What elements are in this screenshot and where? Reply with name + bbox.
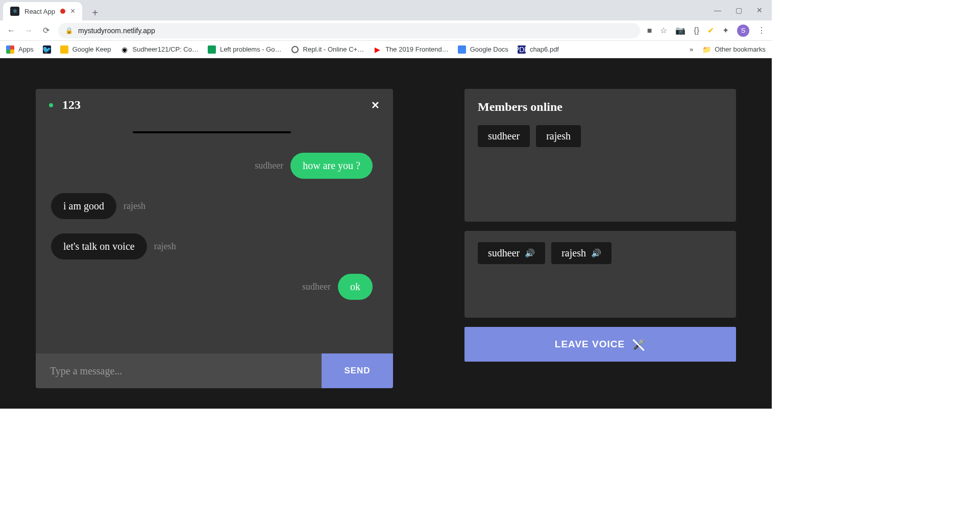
member-chip: rajesh bbox=[536, 125, 581, 147]
room-name: 123 bbox=[62, 98, 81, 112]
extension-check-icon[interactable]: ✔ bbox=[707, 26, 714, 35]
bookmark-item[interactable]: 🐦 bbox=[43, 45, 51, 54]
bookmarks-bar: Apps 🐦 Google Keep ◉Sudheer121/CP: Co… L… bbox=[0, 41, 772, 58]
message-sender: sudheer bbox=[255, 160, 283, 171]
voice-card: sudheer 🔊 rajesh 🔊 bbox=[464, 231, 736, 318]
volume-icon: 🔊 bbox=[525, 248, 535, 258]
message-bubble: ok bbox=[338, 274, 373, 300]
message-input[interactable] bbox=[36, 353, 322, 388]
right-column: Members online sudheer rajesh sudheer 🔊 … bbox=[464, 89, 736, 388]
chat-panel: 123 ✕ sudheer how are you ? i am good ra… bbox=[36, 89, 393, 388]
bookmark-github[interactable]: ◉Sudheer121/CP: Co… bbox=[120, 45, 199, 54]
message-sender: sudheer bbox=[302, 281, 331, 292]
app-content: 123 ✕ sudheer how are you ? i am good ra… bbox=[0, 58, 772, 409]
camera-recording-icon[interactable]: ■ bbox=[647, 26, 652, 35]
toolbar-right: ■ ☆ 📷 {} ✔ ✦ S ⋮ bbox=[647, 25, 766, 37]
message-row: sudheer ok bbox=[51, 274, 373, 300]
bird-icon: 🐦 bbox=[43, 45, 51, 54]
replit-icon bbox=[291, 45, 299, 54]
window-close-icon[interactable]: ✕ bbox=[756, 6, 763, 14]
apps-icon bbox=[6, 45, 14, 54]
message-row: sudheer how are you ? bbox=[51, 153, 373, 179]
profile-avatar[interactable]: S bbox=[737, 25, 749, 37]
bookmark-replit[interactable]: Repl.it - Online C+… bbox=[291, 45, 364, 54]
bookmark-sheets[interactable]: Left problems - Go… bbox=[208, 45, 282, 54]
leave-voice-label: LEAVE VOICE bbox=[555, 339, 625, 350]
message-sender: rajesh bbox=[124, 201, 145, 211]
youtube-icon: ▶ bbox=[373, 45, 381, 54]
bookmark-youtube[interactable]: ▶The 2019 Frontend… bbox=[373, 45, 449, 54]
window-maximize-icon[interactable]: ▢ bbox=[736, 6, 742, 14]
send-button[interactable]: SEND bbox=[322, 353, 393, 388]
nav-back-icon[interactable]: ← bbox=[6, 26, 16, 36]
volume-icon: 🔊 bbox=[591, 248, 601, 258]
message-sender: rajesh bbox=[154, 241, 176, 252]
message-bubble: i am good bbox=[51, 193, 116, 219]
voice-chip: rajesh 🔊 bbox=[551, 242, 611, 264]
message-bubble: how are you ? bbox=[290, 153, 373, 179]
member-chip: sudheer bbox=[478, 125, 530, 147]
recording-indicator-icon bbox=[60, 9, 65, 14]
chat-close-button[interactable]: ✕ bbox=[371, 99, 380, 111]
divider bbox=[133, 131, 291, 133]
composer: SEND bbox=[36, 353, 393, 388]
address-bar: ← → ⟳ 🔒 mystudyroom.netlify.app ■ ☆ 📷 {}… bbox=[0, 20, 772, 41]
bookmark-google-keep[interactable]: Google Keep bbox=[60, 45, 111, 54]
members-card: Members online sudheer rajesh bbox=[464, 89, 736, 222]
sheets-icon bbox=[208, 45, 216, 54]
docs-icon bbox=[458, 45, 466, 54]
bookmark-pdf[interactable]: PDFchap6.pdf bbox=[518, 45, 559, 54]
tab-title: React App bbox=[24, 8, 55, 15]
url-text: mystudyroom.netlify.app bbox=[78, 27, 155, 35]
screenshot-icon[interactable]: 📷 bbox=[675, 26, 685, 35]
other-bookmarks[interactable]: 📁Other bookmarks bbox=[702, 45, 766, 54]
nav-reload-icon[interactable]: ⟳ bbox=[41, 26, 51, 36]
bookmark-apps[interactable]: Apps bbox=[6, 45, 34, 54]
star-icon[interactable]: ☆ bbox=[660, 26, 667, 35]
members-title: Members online bbox=[478, 100, 723, 114]
kebab-menu-icon[interactable]: ⋮ bbox=[757, 26, 766, 35]
message-bubble: let's talk on voice bbox=[51, 233, 147, 259]
mic-off-icon: 🎤 bbox=[633, 339, 646, 350]
new-tab-button[interactable]: + bbox=[87, 5, 103, 20]
messages-viewport: sudheer how are you ? i am good rajesh l… bbox=[36, 121, 393, 353]
window-controls: — ▢ ✕ bbox=[705, 0, 772, 20]
pdf-icon: PDF bbox=[518, 45, 526, 54]
window-minimize-icon[interactable]: — bbox=[714, 6, 721, 14]
voice-participants: sudheer 🔊 rajesh 🔊 bbox=[478, 242, 723, 264]
bookmarks-overflow-icon[interactable]: » bbox=[690, 45, 693, 53]
lock-icon: 🔒 bbox=[65, 27, 73, 34]
members-list: sudheer rajesh bbox=[478, 125, 723, 147]
message-row: let's talk on voice rajesh bbox=[51, 233, 373, 259]
nav-forward-icon[interactable]: → bbox=[23, 26, 34, 36]
github-icon: ◉ bbox=[120, 45, 129, 54]
extensions-puzzle-icon[interactable]: ✦ bbox=[722, 26, 729, 35]
chat-header: 123 ✕ bbox=[36, 89, 393, 121]
browser-window: ⚛ React App × + — ▢ ✕ ← → ⟳ 🔒 mystudyroo… bbox=[0, 0, 772, 409]
messages-scroll[interactable]: sudheer how are you ? i am good rajesh l… bbox=[36, 121, 393, 353]
react-favicon: ⚛ bbox=[10, 7, 19, 16]
voice-chip: sudheer 🔊 bbox=[478, 242, 545, 264]
online-dot-icon bbox=[49, 103, 53, 107]
devtools-braces-icon[interactable]: {} bbox=[694, 26, 699, 35]
tab-close-icon[interactable]: × bbox=[70, 7, 75, 16]
message-row: i am good rajesh bbox=[51, 193, 373, 219]
tab-bar: ⚛ React App × + — ▢ ✕ bbox=[0, 0, 772, 20]
browser-tab[interactable]: ⚛ React App × bbox=[3, 2, 82, 20]
keep-icon bbox=[60, 45, 68, 54]
bookmark-docs[interactable]: Google Docs bbox=[458, 45, 508, 54]
folder-icon: 📁 bbox=[702, 45, 710, 54]
leave-voice-button[interactable]: LEAVE VOICE 🎤 bbox=[464, 327, 736, 362]
omnibox[interactable]: 🔒 mystudyroom.netlify.app bbox=[58, 23, 640, 38]
